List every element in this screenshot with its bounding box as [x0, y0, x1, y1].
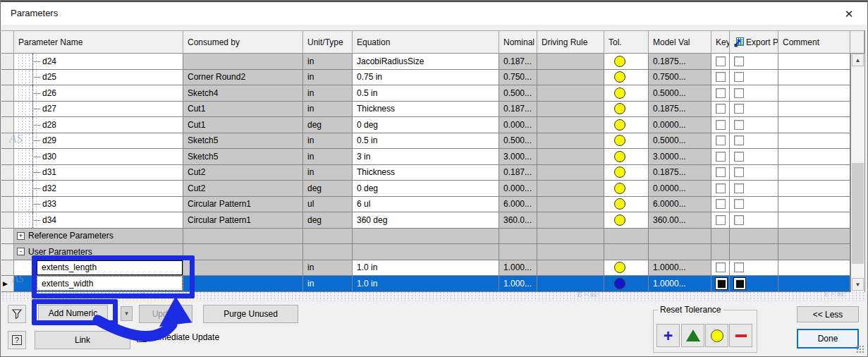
blue-tolerance-icon[interactable] — [614, 278, 625, 289]
cell-name[interactable]: d28 — [14, 117, 183, 133]
cell-unit[interactable]: in — [303, 276, 353, 292]
export-checkbox[interactable] — [734, 199, 744, 209]
tolerance-minus-button[interactable] — [729, 324, 752, 347]
cell-model[interactable]: 0.1875... — [649, 102, 711, 118]
cell-unit[interactable]: in — [303, 54, 353, 70]
parameter-row[interactable]: d33Circular Pattern1ul6 ul6.000...6.0000… — [1, 197, 864, 213]
yellow-tolerance-icon[interactable] — [614, 71, 625, 83]
key-checkbox[interactable] — [716, 88, 726, 98]
cell-export[interactable] — [730, 181, 778, 197]
cell-driving[interactable] — [537, 181, 604, 197]
cell-name[interactable]: d25 — [14, 70, 183, 86]
cell-name[interactable]: d32 — [14, 181, 183, 197]
key-checkbox[interactable] — [716, 278, 727, 289]
parameter-row[interactable]: d30Sketch5in3 in3.000...3.0000... — [1, 149, 864, 165]
cell-name[interactable]: extents_width — [14, 276, 183, 292]
cell-nominal[interactable]: 1.000... — [499, 260, 537, 277]
cell-name[interactable]: +Reference Parameters — [14, 229, 183, 245]
cell-unit[interactable]: in — [303, 102, 353, 118]
cell-key[interactable] — [711, 276, 730, 292]
cell-key[interactable] — [711, 117, 730, 133]
cell-equation[interactable]: 0 deg — [353, 181, 499, 197]
cell-consumed[interactable] — [183, 276, 303, 292]
cell-tol[interactable] — [604, 212, 649, 229]
parameter-name-input[interactable]: extents_width — [37, 276, 183, 291]
cell-nominal[interactable]: 0.187... — [499, 54, 537, 70]
cell-consumed[interactable] — [183, 244, 303, 260]
done-button[interactable]: Done — [797, 329, 859, 349]
help-button[interactable]: ? — [8, 331, 26, 349]
parameter-row[interactable]: d25Corner Round2in0.75 in0.750...0.7500.… — [1, 70, 864, 86]
cell-model[interactable]: 0.5000... — [649, 133, 711, 150]
cell-export[interactable] — [730, 260, 778, 277]
cell-driving[interactable] — [537, 260, 604, 277]
parameter-row[interactable]: d27Cut1inThickness0.187...0.1875... — [1, 102, 864, 118]
column-header-consumed[interactable]: Consumed by — [183, 31, 303, 54]
yellow-tolerance-icon[interactable] — [614, 214, 625, 226]
cell-tol[interactable] — [604, 117, 649, 133]
cell-equation[interactable]: 1.0 in — [353, 260, 499, 277]
cell-driving[interactable] — [537, 149, 604, 165]
cell-equation[interactable]: JacobiRadiusSize — [353, 54, 499, 70]
cell-export[interactable] — [730, 85, 778, 102]
cell-export[interactable] — [730, 117, 778, 133]
cell-tol[interactable] — [604, 165, 649, 181]
key-checkbox[interactable] — [716, 183, 726, 193]
cell-consumed[interactable]: Corner Round2 — [183, 70, 303, 86]
cell-driving[interactable] — [537, 229, 604, 245]
cell-consumed[interactable]: Cut1 — [183, 117, 303, 133]
filter-button[interactable] — [8, 305, 26, 323]
cell-nominal[interactable]: 6.000... — [499, 197, 537, 213]
yellow-tolerance-icon[interactable] — [614, 198, 625, 210]
cell-export[interactable] — [730, 165, 778, 181]
cell-nominal[interactable] — [499, 244, 537, 260]
cell-model[interactable]: 0.1875... — [649, 165, 711, 181]
cell-unit[interactable]: ul — [303, 197, 353, 213]
parameter-row[interactable]: extents_lengthin1.0 in1.000...1.0000... — [1, 260, 864, 277]
cell-driving[interactable] — [537, 102, 604, 118]
cell-nominal[interactable]: 3.000... — [499, 149, 537, 165]
cell-name[interactable]: d30 — [14, 149, 183, 165]
cell-comment[interactable] — [778, 54, 850, 70]
link-button[interactable]: Link — [35, 331, 130, 349]
cell-model[interactable]: 0.0000... — [649, 117, 711, 133]
cell-tol[interactable] — [604, 260, 649, 277]
cell-model[interactable]: 0.7500... — [649, 70, 711, 86]
cell-key[interactable] — [711, 181, 730, 197]
cell-unit[interactable]: in — [303, 165, 353, 181]
cell-key[interactable] — [711, 244, 730, 260]
yellow-tolerance-icon[interactable] — [614, 151, 625, 162]
cell-comment[interactable] — [778, 117, 850, 133]
cell-tol[interactable] — [604, 133, 649, 150]
cell-driving[interactable] — [537, 165, 604, 181]
cell-model[interactable] — [649, 244, 711, 260]
cell-unit[interactable]: deg — [303, 212, 353, 229]
key-checkbox[interactable] — [716, 104, 726, 114]
cell-driving[interactable] — [537, 212, 604, 229]
export-checkbox[interactable] — [734, 135, 744, 145]
cell-consumed[interactable]: Cut2 — [183, 181, 303, 197]
cell-consumed[interactable] — [183, 54, 303, 70]
yellow-tolerance-icon[interactable] — [614, 87, 625, 99]
cell-tol[interactable] — [604, 276, 649, 292]
cell-equation[interactable]: Thickness — [353, 165, 499, 181]
column-header-equation[interactable]: Equation — [353, 31, 499, 54]
cell-tol[interactable] — [604, 149, 649, 165]
export-checkbox[interactable] — [734, 72, 744, 82]
yellow-tolerance-icon[interactable] — [614, 119, 625, 131]
cell-nominal[interactable]: 0.000... — [499, 181, 537, 197]
cell-export[interactable] — [730, 133, 778, 150]
cell-driving[interactable] — [537, 244, 604, 260]
less-button[interactable]: << Less — [797, 306, 859, 322]
cell-key[interactable] — [711, 260, 730, 277]
cell-comment[interactable] — [778, 244, 850, 260]
yellow-tolerance-icon[interactable] — [614, 56, 625, 67]
parameter-row[interactable]: d32Cut2deg0 deg0.000...0.0000... — [1, 181, 864, 197]
close-icon[interactable]: ✕ — [841, 6, 857, 22]
cell-nominal[interactable] — [499, 229, 537, 245]
cell-comment[interactable] — [778, 212, 850, 229]
tolerance-upper-button[interactable] — [681, 324, 704, 347]
column-header-comment[interactable]: Comment — [778, 31, 850, 54]
key-checkbox[interactable] — [716, 120, 726, 130]
cell-equation[interactable] — [353, 244, 499, 260]
